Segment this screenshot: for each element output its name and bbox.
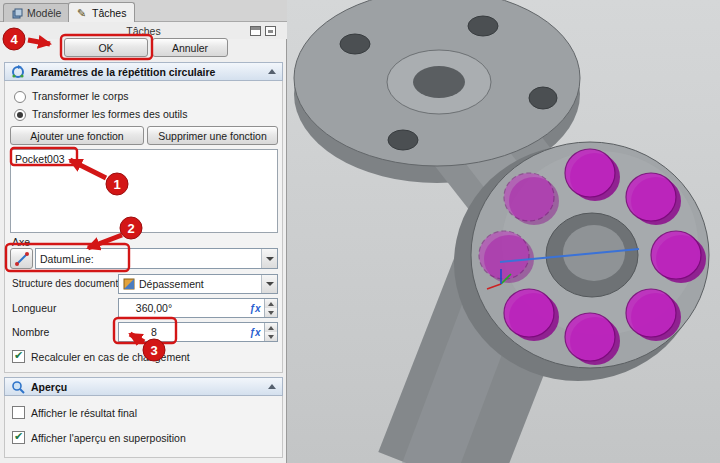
preview-section-title: Aperçu <box>31 381 67 393</box>
recompute-label: Recalculer en cas de changement <box>31 351 190 363</box>
preview-icon <box>11 380 25 394</box>
expression-icon[interactable]: ƒx <box>246 303 264 314</box>
show-overlay-label: Afficher l'aperçu en superposition <box>31 432 186 444</box>
upper-flange-bore <box>413 66 465 98</box>
tasks-tab-icon: ✎ <box>77 8 88 19</box>
count-input[interactable]: 8 ƒx <box>118 322 278 342</box>
spin-up-icon[interactable] <box>265 299 277 308</box>
dock-panel-icon[interactable] <box>265 26 276 36</box>
remove-feature-button[interactable]: Supprimer une fonction <box>147 126 278 145</box>
preview-section-body <box>4 396 283 458</box>
show-final-label: Afficher le résultat final <box>31 407 137 419</box>
collapse-chevron-icon[interactable] <box>268 69 276 74</box>
show-final-checkbox[interactable] <box>12 406 25 419</box>
spin-up-icon[interactable] <box>265 323 277 332</box>
task-panel: Modèle ✎ Tâches Tâches OK Annuler Paramè… <box>0 0 287 463</box>
chevron-down-icon <box>266 257 274 261</box>
length-value[interactable]: 360,00° <box>119 302 189 314</box>
mode-combo-arrow[interactable] <box>261 275 277 293</box>
ok-button[interactable]: OK <box>64 38 148 57</box>
count-spinner[interactable] <box>264 323 277 341</box>
tab-tasks-label: Tâches <box>92 7 126 19</box>
panel-header: Tâches <box>0 22 287 39</box>
doc-structure-label: Structure des documents <box>12 278 123 289</box>
freecad-window: Modèle ✎ Tâches Tâches OK Annuler Paramè… <box>0 0 720 463</box>
mode-combobox[interactable]: Dépassement <box>118 274 278 294</box>
model-tab-icon <box>12 8 23 19</box>
preview-section-header[interactable]: Aperçu <box>4 377 283 396</box>
radio-transform-tools[interactable] <box>14 109 26 121</box>
tab-model[interactable]: Modèle <box>3 3 70 22</box>
recompute-checkbox[interactable] <box>12 350 25 363</box>
chevron-down-icon <box>266 282 274 286</box>
feature-list[interactable]: Pocket003 <box>10 149 278 233</box>
axis-label: Axe <box>12 236 30 248</box>
3d-model <box>287 0 720 463</box>
count-label: Nombre <box>12 326 49 338</box>
feature-list-item[interactable]: Pocket003 <box>15 153 65 165</box>
length-input[interactable]: 360,00° ƒx <box>118 298 278 318</box>
spin-down-icon[interactable] <box>265 332 277 341</box>
3d-viewport[interactable] <box>287 0 720 463</box>
radio-transform-tools-label: Transformer les formes des outils <box>32 108 187 120</box>
tab-tasks[interactable]: ✎ Tâches <box>68 2 135 23</box>
overlap-mode-icon <box>123 278 135 290</box>
radio-transform-body[interactable] <box>14 91 26 103</box>
spin-down-icon[interactable] <box>265 308 277 317</box>
axis-combobox[interactable]: DatumLine: <box>35 248 278 269</box>
datum-line-icon <box>15 252 29 266</box>
axis-pick-button[interactable] <box>10 248 33 269</box>
axis-value: DatumLine: <box>40 253 94 265</box>
show-overlay-checkbox[interactable] <box>12 431 25 444</box>
tab-model-label: Modèle <box>27 7 61 19</box>
float-panel-icon[interactable] <box>250 26 261 36</box>
add-feature-button[interactable]: Ajouter une fonction <box>10 126 144 145</box>
panel-title: Tâches <box>126 25 160 37</box>
pattern-section-title: Paramètres de la répétition circulaire <box>31 66 215 78</box>
panel-tab-bar: Modèle ✎ Tâches <box>0 0 287 22</box>
collapse-chevron-icon[interactable] <box>268 384 276 389</box>
mode-value: Dépassement <box>139 278 204 290</box>
length-label: Longueur <box>12 302 56 314</box>
polar-pattern-icon <box>11 65 25 79</box>
radio-transform-body-label: Transformer le corps <box>32 90 128 102</box>
pattern-section-header[interactable]: Paramètres de la répétition circulaire <box>4 62 283 81</box>
axis-combo-arrow[interactable] <box>261 249 277 268</box>
cancel-button[interactable]: Annuler <box>152 38 228 57</box>
count-value[interactable]: 8 <box>119 326 189 338</box>
upper-flange <box>294 0 580 166</box>
expression-icon[interactable]: ƒx <box>246 327 264 338</box>
length-spinner[interactable] <box>264 299 277 317</box>
